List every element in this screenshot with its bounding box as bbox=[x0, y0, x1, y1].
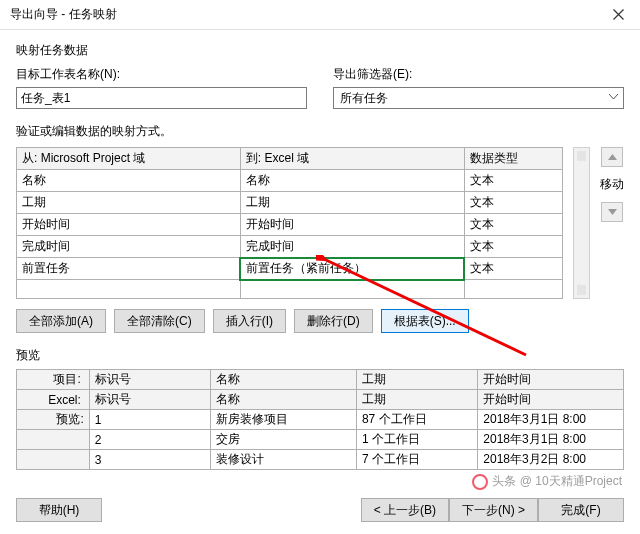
watermark-icon bbox=[472, 474, 488, 490]
mapping-scrollbar[interactable] bbox=[573, 147, 590, 299]
col-from: 从: Microsoft Project 域 bbox=[17, 148, 241, 170]
export-filter-value: 所有任务 bbox=[340, 90, 388, 107]
target-sheet-label: 目标工作表名称(N): bbox=[16, 66, 307, 83]
next-button[interactable]: 下一步(N) > bbox=[449, 498, 538, 522]
watermark: 头条 @ 10天精通Project bbox=[472, 473, 622, 490]
target-sheet-input[interactable] bbox=[16, 87, 307, 109]
by-table-button[interactable]: 根据表(S)... bbox=[381, 309, 469, 333]
table-row[interactable] bbox=[17, 280, 563, 299]
window-title: 导出向导 - 任务映射 bbox=[10, 6, 596, 23]
table-row[interactable]: 前置任务前置任务（紧前任务）文本 bbox=[17, 258, 563, 280]
delete-row-button[interactable]: 删除行(D) bbox=[294, 309, 373, 333]
table-row[interactable]: 完成时间完成时间文本 bbox=[17, 236, 563, 258]
close-icon bbox=[613, 9, 624, 20]
move-down-button[interactable] bbox=[601, 202, 623, 222]
finish-button[interactable]: 完成(F) bbox=[538, 498, 624, 522]
preview-label: 预览 bbox=[16, 347, 624, 364]
table-row[interactable]: 名称名称文本 bbox=[17, 170, 563, 192]
table-row[interactable]: 开始时间开始时间文本 bbox=[17, 214, 563, 236]
export-filter-select[interactable]: 所有任务 bbox=[333, 87, 624, 109]
col-type: 数据类型 bbox=[464, 148, 562, 170]
back-button[interactable]: < 上一步(B) bbox=[361, 498, 449, 522]
mapping-table[interactable]: 从: Microsoft Project 域 到: Excel 域 数据类型 名… bbox=[16, 147, 563, 299]
table-row[interactable]: 工期工期文本 bbox=[17, 192, 563, 214]
active-cell[interactable]: 前置任务（紧前任务） bbox=[240, 258, 464, 280]
col-to: 到: Excel 域 bbox=[240, 148, 464, 170]
preview-table: 项目:标识号名称工期开始时间 Excel:标识号名称工期开始时间 预览:1新房装… bbox=[16, 369, 624, 470]
help-button[interactable]: 帮助(H) bbox=[16, 498, 102, 522]
export-filter-label: 导出筛选器(E): bbox=[333, 66, 624, 83]
verify-mapping-label: 验证或编辑数据的映射方式。 bbox=[16, 123, 624, 140]
triangle-up-icon bbox=[608, 154, 617, 160]
insert-row-button[interactable]: 插入行(I) bbox=[213, 309, 286, 333]
clear-all-button[interactable]: 全部清除(C) bbox=[114, 309, 205, 333]
close-button[interactable] bbox=[596, 0, 640, 30]
section-map-data: 映射任务数据 bbox=[16, 42, 624, 59]
triangle-down-icon bbox=[608, 209, 617, 215]
move-up-button[interactable] bbox=[601, 147, 623, 167]
add-all-button[interactable]: 全部添加(A) bbox=[16, 309, 106, 333]
chevron-down-icon bbox=[609, 94, 618, 100]
move-label: 移动 bbox=[600, 176, 624, 193]
